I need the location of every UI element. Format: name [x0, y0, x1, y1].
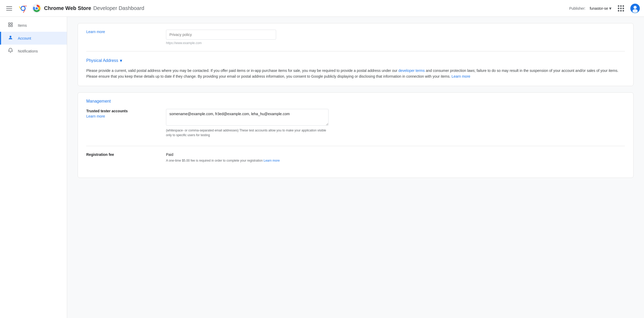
physical-address-title[interactable]: Physical Address: [86, 58, 118, 63]
svg-rect-9: [9, 23, 10, 24]
trusted-tester-textarea[interactable]: somename@example.com, fr3ed@example.com,…: [166, 109, 329, 126]
sidebar-item-label-notifications: Notifications: [18, 49, 38, 53]
chrome-logo-icon: [18, 4, 28, 13]
svg-point-5: [36, 7, 38, 9]
hamburger-menu-button[interactable]: [4, 4, 14, 13]
app-name: Chrome Web Store: [44, 5, 91, 11]
sidebar-item-label-account: Account: [18, 36, 31, 40]
registration-fee-value: Paid: [166, 152, 625, 157]
sidebar-item-label-items: Items: [18, 23, 27, 28]
privacy-learn-more-link[interactable]: Learn more: [86, 30, 105, 34]
chevron-down-icon: ▾: [609, 6, 611, 11]
registration-fee-description: A one-time $5.00 fee is required in orde…: [166, 158, 625, 163]
svg-rect-12: [11, 25, 13, 27]
publisher-name: funastor-se: [590, 6, 608, 10]
registration-fee-row: Registration fee Paid A one-time $5.00 f…: [86, 152, 625, 163]
privacy-policy-input[interactable]: [166, 30, 276, 40]
svg-rect-10: [11, 23, 13, 24]
trusted-tester-learn-more-link[interactable]: Learn more: [86, 114, 160, 118]
app-sub-name: Developer Dashboard: [93, 5, 144, 11]
physical-address-chevron-icon[interactable]: ▾: [120, 58, 122, 63]
physical-address-learn-more-link[interactable]: Learn more: [452, 74, 470, 78]
google-apps-icon[interactable]: [616, 3, 626, 14]
registration-fee-label: Registration fee: [86, 152, 160, 157]
developer-terms-link[interactable]: developer terms: [398, 68, 425, 73]
registration-fee-learn-more-link[interactable]: Learn more: [264, 159, 280, 162]
sidebar: Items Account Notifications: [0, 17, 67, 318]
user-avatar[interactable]: [630, 4, 640, 13]
management-title: Management: [86, 99, 625, 104]
svg-point-13: [10, 36, 12, 38]
chrome-icon: [32, 4, 41, 13]
sidebar-item-notifications[interactable]: Notifications: [0, 45, 67, 57]
svg-point-2: [22, 7, 25, 10]
trusted-tester-label: Trusted tester accounts: [86, 109, 160, 113]
sidebar-item-items[interactable]: Items: [0, 19, 67, 32]
sidebar-item-account[interactable]: Account: [0, 32, 67, 45]
app-header: Chrome Web Store Developer Dashboard Pub…: [0, 0, 644, 17]
account-icon: [7, 35, 14, 41]
publisher-dropdown[interactable]: funastor-se ▾: [590, 6, 611, 11]
svg-point-8: [632, 9, 638, 13]
svg-rect-11: [9, 25, 10, 27]
main-content: Learn more https://www.example.com Physi…: [67, 17, 644, 318]
trusted-tester-hint: (whitespace- or comma-separated email ad…: [166, 128, 329, 137]
items-icon: [7, 22, 14, 29]
publisher-label: Publisher:: [569, 6, 586, 10]
privacy-policy-section: Learn more https://www.example.com Physi…: [78, 23, 634, 86]
privacy-policy-hint: https://www.example.com: [166, 41, 625, 45]
section-divider: [86, 146, 625, 146]
trusted-tester-row: Trusted tester accounts Learn more somen…: [86, 109, 625, 137]
svg-point-7: [634, 6, 637, 9]
physical-address-section: Physical Address ▾ Please provide a curr…: [86, 58, 625, 80]
management-section: Management Trusted tester accounts Learn…: [78, 92, 634, 178]
physical-address-description: Please provide a current, valid postal a…: [86, 68, 625, 80]
notifications-icon: [7, 48, 14, 54]
